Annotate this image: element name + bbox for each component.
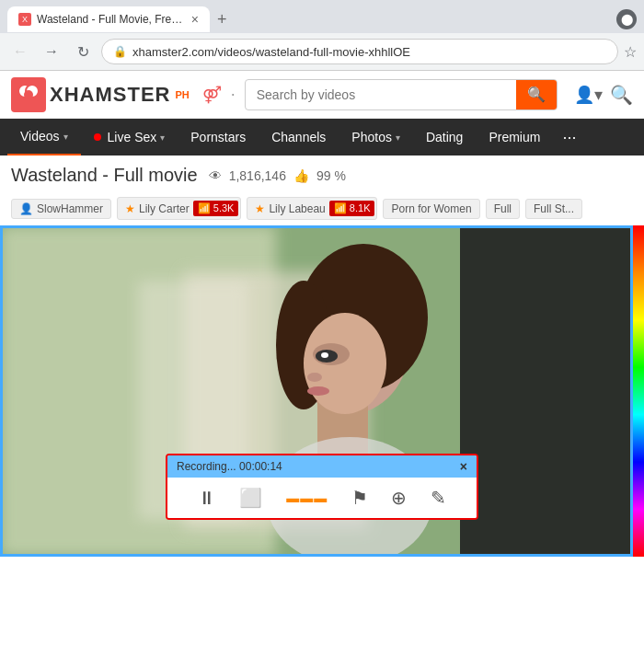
stop-button[interactable]: ⬜ xyxy=(239,487,262,509)
tag-full-st-label: Full St... xyxy=(534,202,574,215)
video-wrapper: Recording... 00:00:14 × ⏸ ⬜ ▬▬▬ ⚑ xyxy=(0,225,644,557)
logo-area[interactable]: XHAMSTERPH xyxy=(11,77,190,112)
nav-item-dating[interactable]: Dating xyxy=(413,119,476,155)
nav-item-premium[interactable]: Premium xyxy=(476,119,553,155)
add-icon: ⊕ xyxy=(391,487,407,509)
video-stats: 👁 1,816,146 👍 99 % xyxy=(209,168,346,183)
nav-item-photos[interactable]: Photos ▾ xyxy=(339,119,413,155)
site-header: XHAMSTERPH ⚤ · 🔍 👤▾ 🔍 xyxy=(0,71,644,119)
nav-item-channels[interactable]: Channels xyxy=(259,119,339,155)
edit-icon: ✎ xyxy=(431,487,446,509)
site-nav: Videos ▾ Live Sex ▾ Pornstars Channels P… xyxy=(0,119,644,155)
nav-live-sex-arrow: ▾ xyxy=(160,132,165,143)
user-icon: 👤 xyxy=(19,202,33,215)
nav-more-button[interactable]: ··· xyxy=(553,119,585,155)
edit-button[interactable]: ✎ xyxy=(431,487,446,509)
tag-slowhammer[interactable]: 👤 SlowHammer xyxy=(11,199,111,219)
search-bar[interactable]: 🔍 xyxy=(245,79,558,110)
search-input[interactable] xyxy=(246,87,516,102)
stop-icon: ⬜ xyxy=(239,487,262,509)
tab-title: Wasteland - Full Movie, Free... xyxy=(37,13,186,26)
nav-pornstars-label: Pornstars xyxy=(190,130,246,144)
tag-lily-carter-label: Lily Carter xyxy=(139,202,190,215)
nav-videos-arrow: ▾ xyxy=(63,132,68,142)
new-tab-button[interactable]: + xyxy=(217,10,227,29)
lily-labeau-sub-count: 📶 8.1K xyxy=(329,201,375,216)
close-tab-button[interactable]: × xyxy=(191,12,199,27)
bookmark-icon[interactable]: ☆ xyxy=(624,43,637,61)
views-icon: 👁 xyxy=(209,168,222,183)
refresh-button[interactable]: ↻ xyxy=(70,39,96,64)
back-button[interactable]: ← xyxy=(7,39,33,64)
tags-bar: 👤 SlowHammer ★ Lily Carter 📶 5.3K ★ Lily… xyxy=(0,191,644,225)
view-count: 1,816,146 xyxy=(229,168,286,183)
tag-full-st[interactable]: Full St... xyxy=(525,199,582,219)
nav-item-pornstars[interactable]: Pornstars xyxy=(178,119,259,155)
video-title-row: Wasteland - Full movie 👁 1,816,146 👍 99 … xyxy=(11,165,633,186)
svg-point-16 xyxy=(307,386,329,396)
video-title: Wasteland - Full movie xyxy=(11,165,198,186)
svg-point-15 xyxy=(307,373,322,382)
url-text: xhamster2.com/videos/wasteland-full-movi… xyxy=(132,45,606,59)
flag-icon: ⚑ xyxy=(351,487,368,509)
svg-point-14 xyxy=(321,352,328,358)
nav-dating-label: Dating xyxy=(426,130,463,144)
svg-point-2 xyxy=(24,90,33,99)
video-container[interactable]: Recording... 00:00:14 × ⏸ ⬜ ▬▬▬ ⚑ xyxy=(0,225,644,557)
active-tab[interactable]: X Wasteland - Full Movie, Free... × xyxy=(7,6,210,32)
nav-photos-arrow: ▾ xyxy=(396,132,400,143)
svg-rect-6 xyxy=(460,225,633,557)
pause-icon: ⏸ xyxy=(198,488,216,509)
add-button[interactable]: ⊕ xyxy=(391,487,407,509)
svg-point-11 xyxy=(304,313,386,414)
separator: · xyxy=(231,85,236,104)
search-icon-button[interactable]: 🔍 xyxy=(610,84,633,106)
tag-lily-labeau[interactable]: ★ Lily Labeau 📶 8.1K xyxy=(247,197,377,220)
search-button[interactable]: 🔍 xyxy=(516,79,557,110)
nav-premium-label: Premium xyxy=(489,130,540,144)
tag-lily-labeau-label: Lily Labeau xyxy=(269,202,325,215)
tag-full-label: Full xyxy=(494,202,512,215)
tag-porn-for-women[interactable]: Porn for Women xyxy=(383,199,479,219)
nav-item-live-sex[interactable]: Live Sex ▾ xyxy=(81,119,178,155)
recording-header: Recording... 00:00:14 × xyxy=(167,455,477,478)
tag-lily-carter[interactable]: ★ Lily Carter 📶 5.3K xyxy=(117,197,241,220)
video-info: Wasteland - Full movie 👁 1,816,146 👍 99 … xyxy=(0,155,644,191)
logo-ph: PH xyxy=(175,89,189,100)
logo-icon xyxy=(11,77,46,112)
side-color-bar xyxy=(633,225,644,557)
rating: 99 % xyxy=(316,168,346,183)
lily-carter-sub-count: 📶 5.3K xyxy=(193,201,239,216)
forward-button[interactable]: → xyxy=(39,39,64,64)
segments-icon: ▬▬▬ xyxy=(286,490,328,505)
tab-favicon: X xyxy=(18,13,31,26)
nav-photos-label: Photos xyxy=(351,130,392,144)
browser-chrome: X Wasteland - Full Movie, Free... × + ⬤ … xyxy=(0,0,644,71)
nav-channels-label: Channels xyxy=(271,130,326,144)
browser-profile-icon[interactable]: ⬤ xyxy=(616,9,637,29)
star-icon-lily-carter: ★ xyxy=(125,202,135,215)
video-frame[interactable]: Recording... 00:00:14 × ⏸ ⬜ ▬▬▬ ⚑ xyxy=(0,225,644,557)
address-bar[interactable]: 🔒 xhamster2.com/videos/wasteland-full-mo… xyxy=(101,39,618,64)
browser-toolbar: ← → ↻ 🔒 xhamster2.com/videos/wasteland-f… xyxy=(0,33,644,70)
recording-overlay: Recording... 00:00:14 × ⏸ ⬜ ▬▬▬ ⚑ xyxy=(166,454,478,520)
nav-videos-label: Videos xyxy=(20,129,60,144)
recording-controls: ⏸ ⬜ ▬▬▬ ⚑ ⊕ ✎ xyxy=(167,478,477,518)
tag-porn-for-women-label: Porn for Women xyxy=(391,202,471,215)
user-menu-button[interactable]: 👤▾ xyxy=(574,85,603,105)
nav-item-videos[interactable]: Videos ▾ xyxy=(7,119,81,155)
recording-title: Recording... 00:00:14 xyxy=(177,460,282,473)
logo-text: XHAMSTER xyxy=(50,83,170,107)
star-icon-lily-labeau: ★ xyxy=(255,202,265,215)
live-dot xyxy=(94,133,101,141)
nav-live-sex-label: Live Sex xyxy=(108,130,157,144)
header-icons: 👤▾ 🔍 xyxy=(574,84,633,106)
segments-button[interactable]: ▬▬▬ xyxy=(286,490,328,505)
tab-bar: X Wasteland - Full Movie, Free... × + ⬤ xyxy=(0,0,644,33)
recording-close-button[interactable]: × xyxy=(460,459,467,474)
tag-full[interactable]: Full xyxy=(486,199,520,219)
thumbs-icon: 👍 xyxy=(293,168,309,183)
flag-button[interactable]: ⚑ xyxy=(351,487,368,509)
gender-icon: ⚤ xyxy=(202,85,222,105)
pause-button[interactable]: ⏸ xyxy=(198,488,216,509)
